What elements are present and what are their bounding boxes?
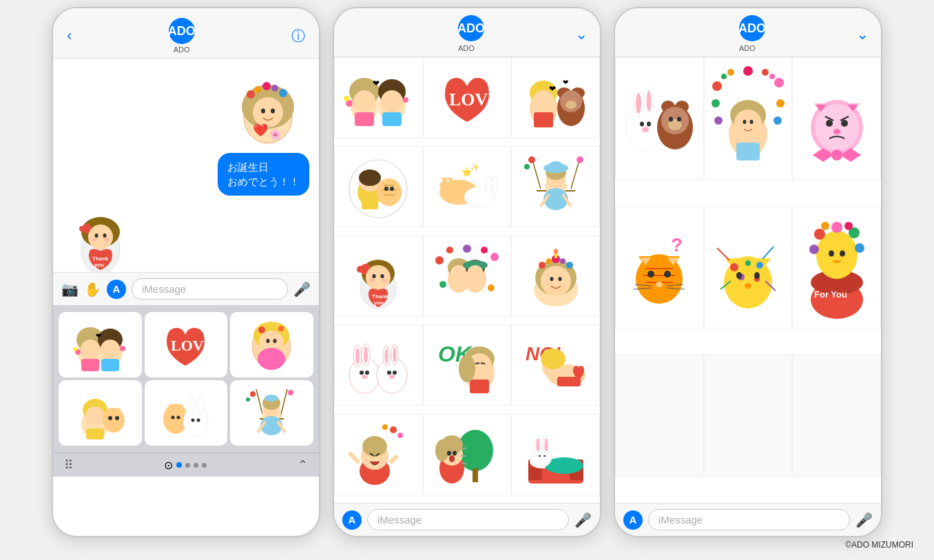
svg-point-80 bbox=[353, 90, 375, 112]
sticker-cell-girl-bear[interactable]: ❤ ❤ bbox=[511, 57, 600, 138]
svg-point-105 bbox=[377, 178, 402, 206]
svg-point-176 bbox=[360, 371, 364, 375]
sticker-cell-no-girl[interactable]: NO! bbox=[511, 324, 600, 406]
svg-point-216 bbox=[447, 451, 451, 456]
app-store-button-3[interactable]: A bbox=[623, 510, 643, 530]
svg-text:you: you bbox=[374, 300, 384, 306]
svg-point-262 bbox=[734, 110, 762, 137]
sticker-birthday-girl[interactable]: ❤️ 🌸 bbox=[227, 65, 309, 145]
svg-point-41 bbox=[278, 326, 284, 331]
sticker-tray-cell-1[interactable]: ❤ bbox=[59, 312, 142, 377]
svg-point-254 bbox=[774, 116, 782, 125]
svg-point-4 bbox=[254, 86, 261, 93]
sticker-cell-cat-rabbit-sleep[interactable]: ⭐ ✨ bbox=[423, 146, 512, 227]
info-button[interactable]: ⓘ bbox=[291, 27, 305, 45]
sticker-tray-cell-2[interactable]: LOVE bbox=[145, 312, 228, 377]
sticker-cell-bunny-pair[interactable] bbox=[334, 324, 423, 406]
svg-point-148 bbox=[488, 284, 495, 291]
message-input-1[interactable]: iMessage bbox=[132, 278, 288, 300]
copyright-footer: ©ADO MIZUMORI bbox=[0, 540, 934, 550]
avatar-2: ADO bbox=[458, 15, 484, 41]
sticker-p3-splat-cat[interactable] bbox=[704, 206, 793, 329]
mic-button[interactable]: 🎤 bbox=[293, 281, 311, 298]
svg-point-48 bbox=[103, 408, 125, 433]
svg-point-163 bbox=[546, 258, 552, 264]
sticker-tray: ❤ LOVE bbox=[53, 305, 319, 453]
svg-point-109 bbox=[384, 187, 388, 191]
svg-point-316 bbox=[809, 245, 819, 254]
sticker-p3-angry-cat[interactable] bbox=[792, 57, 881, 180]
sticker-tray-cell-4[interactable] bbox=[59, 380, 142, 446]
mic-button-2[interactable]: 🎤 bbox=[574, 512, 592, 528]
sticker-cell-flower-couple[interactable] bbox=[423, 236, 512, 317]
sticker-cell-angry-girl[interactable] bbox=[334, 414, 423, 495]
sticker-cell-thankyou-small[interactable]: Thank you bbox=[334, 236, 423, 317]
svg-point-253 bbox=[714, 116, 723, 125]
back-button[interactable]: ‹ bbox=[67, 27, 72, 45]
svg-point-57 bbox=[187, 395, 194, 415]
sticker-cell-tree-girl[interactable] bbox=[423, 414, 512, 495]
mic-button-3[interactable]: 🎤 bbox=[855, 512, 873, 528]
svg-point-315 bbox=[855, 243, 864, 253]
svg-point-184 bbox=[387, 371, 391, 375]
svg-point-256 bbox=[727, 69, 734, 76]
sticker-cell-oval[interactable] bbox=[334, 146, 423, 227]
sticker-p3-empty-2 bbox=[704, 354, 793, 477]
svg-point-32 bbox=[73, 347, 77, 351]
expand-icon[interactable]: ⌃ bbox=[298, 457, 308, 473]
message-input-3[interactable]: iMessage bbox=[648, 509, 850, 530]
sticker-cell-love[interactable]: LOVE bbox=[423, 57, 512, 138]
sticker-cell-birthday-crown[interactable] bbox=[511, 236, 600, 317]
svg-rect-92 bbox=[534, 112, 553, 127]
svg-point-42 bbox=[267, 339, 270, 343]
input-bar-1: 📷 ✋ A iMessage 🎤 bbox=[53, 272, 319, 305]
sticker-p3-flower-frame[interactable] bbox=[704, 57, 793, 180]
svg-point-302 bbox=[736, 272, 742, 279]
svg-point-18 bbox=[103, 234, 107, 238]
svg-point-81 bbox=[381, 90, 403, 112]
chevron-down-button-3[interactable]: ⌄ bbox=[856, 25, 869, 43]
sticker-thankyou[interactable]: Thank you bbox=[63, 201, 138, 272]
svg-point-192 bbox=[459, 355, 475, 382]
svg-point-292 bbox=[656, 282, 663, 287]
svg-point-304 bbox=[745, 283, 751, 289]
sticker-tray-cell-6[interactable] bbox=[230, 380, 313, 446]
contact-info[interactable]: ADO ADO bbox=[169, 18, 195, 54]
svg-point-123 bbox=[528, 156, 535, 163]
svg-text:you: you bbox=[94, 262, 104, 268]
contact-info-2[interactable]: ADO ADO bbox=[458, 15, 484, 54]
svg-point-20 bbox=[104, 238, 110, 242]
svg-point-72 bbox=[264, 395, 278, 402]
sticker-cell-bunny-bed[interactable] bbox=[511, 414, 600, 495]
sticker-p3-question-cat[interactable]: ? bbox=[615, 206, 704, 329]
hand-button[interactable]: ✋ bbox=[84, 281, 101, 298]
sticker-p3-for-you[interactable]: For You bbox=[792, 206, 881, 329]
svg-point-139 bbox=[373, 274, 376, 278]
svg-line-306 bbox=[762, 247, 774, 259]
svg-point-59 bbox=[172, 415, 175, 419]
sticker-tray-cell-5[interactable] bbox=[145, 380, 228, 446]
sticker-cell-kiss[interactable]: ❤ bbox=[334, 57, 423, 138]
dot-1 bbox=[185, 463, 190, 468]
phone3-topbar: ADO ADO ⌄ bbox=[615, 8, 881, 57]
svg-point-241 bbox=[642, 127, 649, 132]
avatar: ADO bbox=[169, 18, 195, 44]
apps-grid-icon[interactable]: ⠿ bbox=[64, 457, 73, 473]
svg-point-66 bbox=[250, 391, 256, 397]
app-store-button-2[interactable]: A bbox=[342, 510, 362, 530]
svg-point-186 bbox=[389, 375, 395, 379]
contact-info-3[interactable]: ADO ADO bbox=[739, 15, 765, 54]
svg-point-8 bbox=[261, 109, 265, 114]
camera-button[interactable]: 📷 bbox=[61, 281, 79, 298]
sticker-tray-cell-3[interactable] bbox=[230, 312, 313, 377]
message-input-2[interactable]: iMessage bbox=[367, 509, 569, 530]
app-store-button[interactable]: A bbox=[107, 280, 126, 299]
sticker-grid-3: ? bbox=[615, 57, 881, 503]
chevron-down-button[interactable]: ⌄ bbox=[575, 25, 588, 43]
svg-point-250 bbox=[774, 78, 784, 87]
sticker-cell-ok-girl[interactable]: OK bbox=[423, 324, 512, 406]
svg-point-7 bbox=[279, 89, 287, 97]
sticker-cell-swing-girl-hat[interactable] bbox=[511, 146, 600, 227]
sticker-p3-bunny-bear[interactable] bbox=[615, 57, 704, 180]
svg-point-9 bbox=[271, 109, 275, 114]
